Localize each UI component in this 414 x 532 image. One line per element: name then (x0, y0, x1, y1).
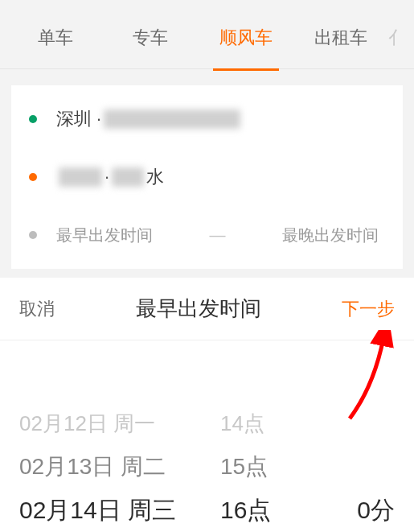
destination-row[interactable]: · 水 (11, 148, 403, 206)
origin-dot-icon (29, 115, 37, 123)
minute-selected[interactable]: 0分 (357, 489, 395, 532)
hour-option[interactable]: 15点 (220, 445, 317, 489)
tab-more[interactable]: 亻 (388, 26, 406, 50)
time-separator: — (210, 226, 226, 244)
origin-text: 深圳 · (56, 107, 243, 131)
dimmed-background: 单车 专车 顺风车 出租车 亻 深圳 · · 水 最早出发时间 (0, 0, 414, 278)
picker-header: 取消 最早出发时间 下一步 (0, 278, 414, 340)
tab-taxi[interactable]: 出租车 (293, 26, 388, 50)
minute-column[interactable]: 0分 (317, 340, 395, 532)
picker-title: 最早出发时间 (136, 295, 261, 323)
trip-card: 深圳 · · 水 最早出发时间 — 最晚出发时间 (11, 85, 403, 269)
date-option[interactable]: 02月12日 周一 (19, 402, 220, 445)
service-tabs: 单车 专车 顺风车 出租车 亻 (0, 6, 414, 69)
latest-time-label: 最晚出发时间 (282, 225, 385, 246)
date-column[interactable]: 02月12日 周一 02月13日 周二 02月14日 周三 (19, 340, 220, 532)
date-option[interactable]: 02月13日 周二 (19, 445, 220, 489)
destination-dot-icon (29, 173, 37, 181)
tab-chauffeur[interactable]: 专车 (103, 26, 198, 50)
tab-hitch[interactable]: 顺风车 (199, 26, 293, 50)
hour-selected[interactable]: 16点 (220, 489, 317, 532)
destination-text: · 水 (56, 165, 164, 189)
date-selected[interactable]: 02月14日 周三 (19, 489, 220, 532)
time-row[interactable]: 最早出发时间 — 最晚出发时间 (11, 206, 403, 264)
time-picker[interactable]: 02月12日 周一 02月13日 周二 02月14日 周三 14点 15点 16… (0, 340, 414, 532)
cancel-button[interactable]: 取消 (19, 297, 55, 321)
origin-row[interactable]: 深圳 · (11, 90, 403, 148)
earliest-time-label: 最早出发时间 (56, 225, 153, 246)
clock-dot-icon (29, 231, 37, 239)
tab-bike[interactable]: 单车 (8, 26, 103, 50)
hour-option[interactable]: 14点 (220, 402, 317, 445)
next-button[interactable]: 下一步 (342, 297, 395, 321)
hour-column[interactable]: 14点 15点 16点 (220, 340, 317, 532)
